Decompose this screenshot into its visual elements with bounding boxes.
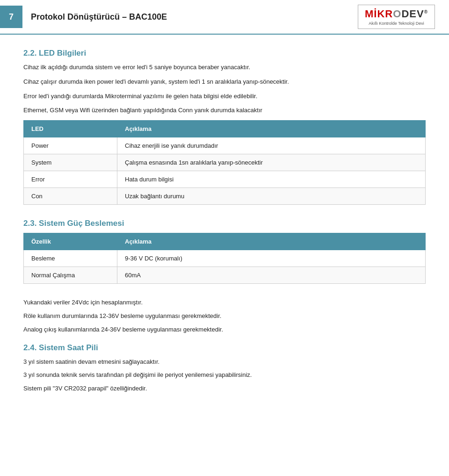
led-table: LED Açıklama PowerCihaz enerjili ise yan… [23, 120, 426, 205]
section-23-para2: Röle kullanım durumlarında 12-36V beslem… [23, 311, 426, 321]
section-23-para1: Yukarıdaki veriler 24Vdc için hesaplanmı… [23, 298, 426, 308]
section-22-para4: Ethernet, GSM veya Wifi üzerinden bağlan… [23, 106, 426, 115]
led-table-col1-header: LED [24, 121, 117, 137]
main-content: 2.2. LED Bilgileri Cihaz ilk açıldığı du… [0, 49, 449, 411]
logo-text: MİKRODEV® [365, 8, 428, 20]
ozellik-cell: Besleme [24, 250, 117, 267]
table-row: PowerCihaz enerjili ise yanık durumdadır [24, 137, 426, 154]
section-23-para3: Analog çıkış kullanımlarında 24-36V besl… [23, 325, 426, 335]
section-22-para3: Error led'i yandığı durumlarda Mikroterm… [23, 92, 426, 101]
table-row: Normal Çalışma60mA [24, 267, 426, 284]
aciklama-cell: 60mA [117, 267, 426, 284]
table-row: SystemÇalışma esnasında 1sn aralıklarla … [24, 154, 426, 171]
aciklama-cell: Cihaz enerjili ise yanık durumdadır [117, 137, 426, 154]
section-22-para1: Cihaz ilk açıldığı durumda sistem ve err… [23, 63, 426, 72]
section-23: 2.3. Sistem Güç Beslemesi Özellik Açıkla… [23, 219, 426, 334]
led-cell: System [24, 154, 117, 171]
logo-subtext: Akıllı Kontrolde Teknoloji Devi [369, 21, 424, 26]
power-table-col2-header: Açıklama [117, 233, 426, 250]
section-24-heading: 2.4. Sistem Saat Pili [23, 343, 426, 353]
led-table-col2-header: Açıklama [117, 121, 426, 137]
led-cell: Power [24, 137, 117, 154]
section-24-para3: Sistem pili "3V CR2032 parapil" özelliği… [23, 384, 426, 394]
led-cell: Con [24, 188, 117, 205]
power-table-col1-header: Özellik [24, 233, 117, 250]
table-row: ConUzak bağlantı durumu [24, 188, 426, 205]
ozellik-cell: Normal Çalışma [24, 267, 117, 284]
page-header: 7 Protokol Dönüştürücü – BAC100E MİKRODE… [0, 0, 449, 35]
aciklama-cell: Hata durum bilgisi [117, 171, 426, 188]
section-22-heading: 2.2. LED Bilgileri [23, 49, 426, 58]
table-row: ErrorHata durum bilgisi [24, 171, 426, 188]
led-cell: Error [24, 171, 117, 188]
section-22-para2: Cihaz çalışır durumda iken power led'i d… [23, 77, 426, 87]
power-table: Özellik Açıklama Besleme9-36 V DC (korum… [23, 233, 426, 284]
page-number: 7 [0, 6, 22, 28]
section-24-para2: 3 yıl sonunda teknik servis tarafından p… [23, 370, 426, 380]
aciklama-cell: Çalışma esnasında 1sn aralıklarla yanıp-… [117, 154, 426, 171]
table-row: Besleme9-36 V DC (korumalı) [24, 250, 426, 267]
logo-area: MİKRODEV® Akıllı Kontrolde Teknoloji Dev… [358, 5, 435, 29]
section-24-para1: 3 yıl sistem saatinin devam etmesini sağ… [23, 357, 426, 367]
aciklama-cell: Uzak bağlantı durumu [117, 188, 426, 205]
page-title: Protokol Dönüştürücü – BAC100E [31, 12, 358, 22]
aciklama-cell: 9-36 V DC (korumalı) [117, 250, 426, 267]
section-22: 2.2. LED Bilgileri Cihaz ilk açıldığı du… [23, 49, 426, 205]
section-23-heading: 2.3. Sistem Güç Beslemesi [23, 219, 426, 228]
section-24: 2.4. Sistem Saat Pili 3 yıl sistem saati… [23, 343, 426, 394]
